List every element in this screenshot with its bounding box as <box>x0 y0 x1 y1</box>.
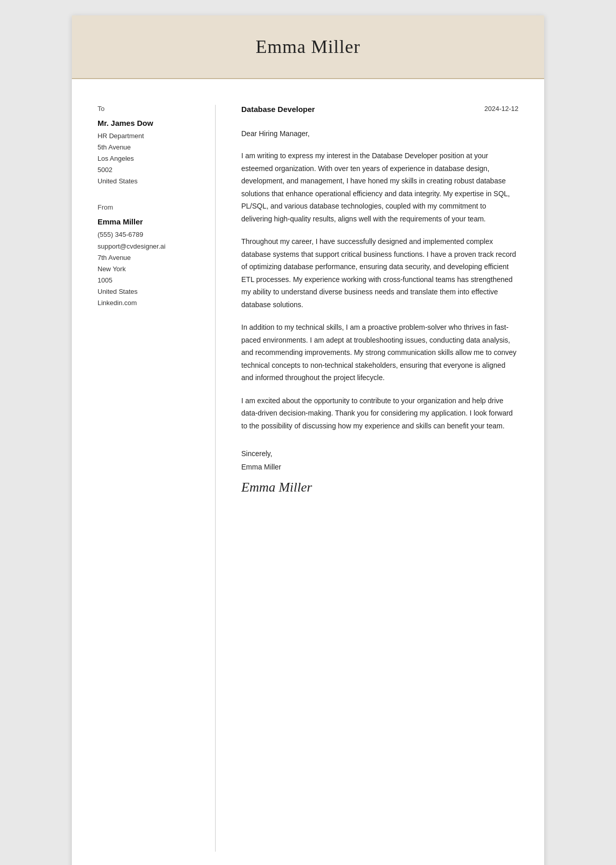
recipient-department: HR Department <box>98 130 195 142</box>
recipient-name: Mr. James Dow <box>98 119 195 127</box>
from-label: From <box>98 203 195 211</box>
letter-paragraph-4: I am excited about the opportunity to co… <box>241 394 518 432</box>
letter-date: 2024-12-12 <box>485 105 519 112</box>
recipient-zip: 5002 <box>98 164 195 176</box>
left-column: To Mr. James Dow HR Department 5th Avenu… <box>72 105 216 852</box>
signature: Emma Miller <box>241 480 518 495</box>
sender-phone: (555) 345-6789 <box>98 229 195 240</box>
from-section: From Emma Miller (555) 345-6789 support@… <box>98 203 195 309</box>
recipient-street: 5th Avenue <box>98 142 195 153</box>
closing-block: Sincerely, Emma Miller Emma Miller <box>241 447 518 495</box>
to-section: To Mr. James Dow HR Department 5th Avenu… <box>98 105 195 187</box>
right-column: Database Developer 2024-12-12 Dear Hirin… <box>216 105 544 852</box>
letter-paragraph-2: Throughout my career, I have successfull… <box>241 235 518 311</box>
letter-paragraph-1: I am writing to express my interest in t… <box>241 149 518 225</box>
sender-country: United States <box>98 286 195 297</box>
recipient-city: Los Angeles <box>98 153 195 164</box>
content-area: To Mr. James Dow HR Department 5th Avenu… <box>72 79 544 865</box>
sender-zip: 1005 <box>98 275 195 286</box>
sender-street: 7th Avenue <box>98 252 195 264</box>
candidate-name: Emma Miller <box>103 36 513 58</box>
job-title: Database Developer <box>241 105 315 114</box>
closing-line-2: Emma Miller <box>241 461 518 474</box>
letter-header-row: Database Developer 2024-12-12 <box>241 105 518 114</box>
sender-email: support@cvdesigner.ai <box>98 241 195 252</box>
letter-salutation: Dear Hiring Manager, <box>241 128 518 139</box>
to-label: To <box>98 105 195 112</box>
sender-city: New York <box>98 264 195 275</box>
sender-name: Emma Miller <box>98 217 195 226</box>
letter-paragraph-3: In addition to my technical skills, I am… <box>241 321 518 384</box>
page: Emma Miller To Mr. James Dow HR Departme… <box>72 15 544 865</box>
sender-linkedin: Linkedin.com <box>98 297 195 309</box>
recipient-country: United States <box>98 176 195 187</box>
closing-line-1: Sincerely, <box>241 447 518 460</box>
header: Emma Miller <box>72 15 544 79</box>
